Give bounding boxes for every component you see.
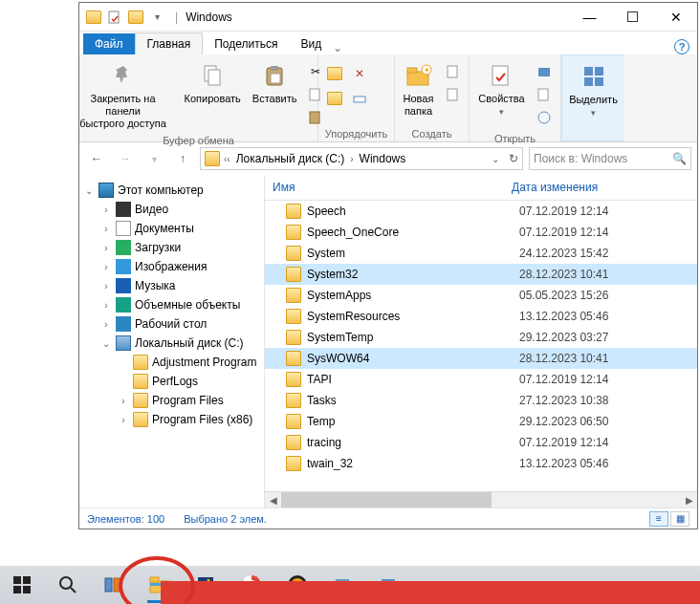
move-to-icon[interactable] [325,64,344,83]
tree-item-pictures[interactable]: ›Изображения [83,257,260,276]
files-container[interactable]: Speech07.12.2019 12:14Speech_OneCore07.1… [265,201,697,491]
delete-icon[interactable]: ✕ [350,64,369,83]
qat-dropdown-icon[interactable]: ▾ [148,9,165,26]
file-row[interactable]: TAPI07.12.2019 12:14 [265,369,697,390]
file-row[interactable]: SystemApps05.05.2023 15:26 [265,285,697,306]
chevron-down-icon[interactable]: ⌄ [100,338,112,349]
edit-icon[interactable] [535,85,554,104]
chevron-right-icon[interactable]: › [100,262,112,272]
file-row[interactable]: System24.12.2023 15:42 [265,243,697,264]
tree-item-desktop[interactable]: ›Рабочий стол [83,314,260,334]
tab-home[interactable]: Главная [135,32,204,54]
help-icon[interactable]: ? [674,39,689,54]
nav-forward-button[interactable]: → [114,147,137,170]
chevron-right-icon[interactable]: › [100,205,112,215]
chevron-right-icon[interactable]: › [118,396,129,406]
chevron-right-icon[interactable]: › [118,415,129,425]
file-row[interactable]: tracing07.12.2019 12:14 [265,432,697,453]
tab-share[interactable]: Поделиться [203,33,289,54]
file-date: 28.12.2023 10:41 [519,352,608,365]
chevron-right-icon[interactable]: › [100,243,112,253]
scroll-right-arrow[interactable]: ▶ [681,495,697,506]
tree-item-videos[interactable]: ›Видео [83,200,260,219]
breadcrumb[interactable]: ‹‹ Локальный диск (C:) › Windows ⌄ ↻ [200,147,523,170]
breadcrumb-dropdown-icon[interactable]: ⌄ [492,154,499,164]
open-icon[interactable] [535,62,554,81]
file-row[interactable]: Speech_OneCore07.12.2019 12:14 [265,222,697,243]
pin-quickaccess-button[interactable]: Закрепить на панели быстрого доступа [70,58,177,133]
select-all-button[interactable]: Выделить ▾ [565,59,622,120]
properties-button[interactable]: Свойства ▾ [474,58,528,119]
easy-access-icon[interactable] [444,85,463,104]
tree-item-music[interactable]: ›Музыка [83,276,260,295]
breadcrumb-segment[interactable]: Локальный диск (C:) [234,152,347,165]
breadcrumb-segment[interactable]: Windows [358,152,408,165]
search-input[interactable]: Поиск в: Windows 🔍 [529,147,691,170]
chevron-right-icon[interactable]: › [100,224,112,234]
tree-item-downloads[interactable]: ›Загрузки [83,238,260,257]
file-date: 29.12.2023 06:50 [519,415,608,428]
svg-rect-15 [448,89,457,100]
ribbon-collapse-icon[interactable]: ⌄ [333,41,342,54]
file-row[interactable]: Tasks27.12.2023 10:38 [265,390,697,411]
close-button[interactable]: ✕ [654,3,697,32]
tree-item-this-pc[interactable]: ⌄Этот компьютер [83,181,260,200]
file-row[interactable]: Temp29.12.2023 06:50 [265,411,697,432]
file-row[interactable]: System3228.12.2023 10:41 [265,264,697,285]
file-name: SystemApps [307,289,519,302]
view-icons-toggle[interactable]: ▦ [670,511,689,527]
file-date: 07.12.2019 12:14 [519,436,608,449]
view-details-toggle[interactable]: ≡ [649,511,668,527]
column-name[interactable]: Имя [265,175,504,200]
copy-icon [197,60,228,91]
search-button[interactable] [46,566,90,604]
refresh-icon[interactable]: ↻ [509,152,518,165]
scroll-left-arrow[interactable]: ◀ [265,495,281,506]
chevron-right-icon[interactable]: › [100,281,112,291]
properties-qat-icon[interactable] [106,9,123,26]
tree-item-3d-objects[interactable]: ›Объемные объекты [83,295,260,314]
nav-recent-dropdown[interactable]: ▾ [142,147,165,170]
column-headers: Имя Дата изменения [265,175,697,201]
ribbon-group-organize: ✕ Упорядочить [318,54,395,141]
tab-file[interactable]: Файл [83,33,135,54]
file-row[interactable]: Speech07.12.2019 12:14 [265,201,697,222]
svg-rect-6 [271,74,280,83]
chevron-down-icon[interactable]: ⌄ [83,185,95,196]
navigation-tree[interactable]: ⌄Этот компьютер ›Видео ›Документы ›Загру… [79,175,265,507]
new-folder-button[interactable]: ✦ Новая папка [400,58,438,119]
copy-button[interactable]: Копировать [181,58,245,107]
start-button[interactable] [0,566,44,604]
paste-button[interactable]: Вставить [249,58,301,107]
file-date: 07.12.2019 12:14 [519,226,608,239]
folder-icon [286,246,301,261]
chevron-right-icon[interactable]: › [100,300,112,311]
maximize-button[interactable] [611,3,654,32]
tree-item-documents[interactable]: ›Документы [83,219,260,238]
history-icon[interactable] [535,108,554,127]
tree-item-folder[interactable]: PerfLogs [83,372,260,391]
horizontal-scrollbar[interactable]: ◀ ▶ [265,491,697,507]
file-row[interactable]: SystemResources13.12.2023 05:46 [265,306,697,327]
chevron-left-icon[interactable]: ‹‹ [224,154,230,164]
file-name: Temp [307,415,519,428]
tree-item-folder[interactable]: ›Program Files (x86) [83,410,260,429]
scrollbar-thumb[interactable] [281,492,492,507]
copy-to-icon[interactable] [325,89,344,108]
new-item-icon[interactable] [444,62,463,81]
column-date[interactable]: Дата изменения [504,175,697,200]
tree-item-local-disk[interactable]: ⌄Локальный диск (C:) [83,334,260,353]
folder-icon [85,9,102,26]
nav-up-button[interactable]: ↑ [171,147,194,170]
file-row[interactable]: SysWOW6428.12.2023 10:41 [265,348,697,369]
tab-view[interactable]: Вид [289,33,333,54]
task-view-button[interactable] [92,566,136,604]
chevron-right-icon[interactable]: › [100,319,112,330]
rename-icon[interactable] [350,89,369,108]
nav-back-button[interactable]: ← [85,147,108,170]
file-row[interactable]: twain_3213.12.2023 05:46 [265,453,697,474]
file-row[interactable]: SystemTemp29.12.2023 03:27 [265,327,697,348]
minimize-button[interactable]: — [568,3,611,32]
tree-item-folder[interactable]: ›Program Files [83,391,260,410]
tree-item-folder[interactable]: Adjustment Program [83,353,260,372]
